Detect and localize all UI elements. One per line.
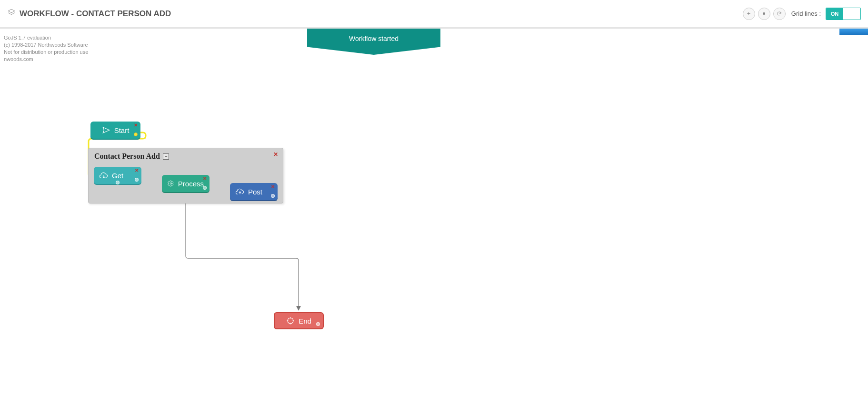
node-process[interactable]: Process ✕	[162, 175, 210, 192]
cloud-download-icon	[100, 171, 108, 180]
collapse-icon[interactable]: −	[163, 153, 169, 160]
page-title: WORKFLOW - CONTACT PERSON ADD	[7, 8, 171, 19]
diagram-canvas[interactable]: GoJS 1.7 evaluation (c) 1998-2017 Northw…	[0, 29, 868, 397]
port-in[interactable]	[316, 322, 320, 326]
layers-icon	[7, 8, 16, 19]
link-group-to-end	[186, 204, 299, 310]
node-start-label: Start	[114, 126, 130, 134]
panel-corner	[839, 29, 868, 35]
page-title-text: WORKFLOW - CONTACT PERSON ADD	[20, 9, 171, 19]
svg-rect-3	[763, 12, 766, 15]
toggle-on-label: ON	[826, 8, 843, 20]
start-banner-label: Workflow started	[349, 35, 399, 42]
add-button[interactable]	[743, 8, 755, 20]
send-icon	[102, 126, 110, 134]
node-start[interactable]: Start ✕	[90, 122, 140, 139]
svg-marker-0	[8, 9, 15, 13]
node-end-label: End	[299, 317, 311, 325]
start-banner: Workflow started	[307, 29, 440, 55]
port-out[interactable]	[271, 194, 275, 198]
node-get[interactable]: Get ✕	[94, 167, 141, 184]
watermark-line: Not for distribution or production use	[4, 49, 88, 56]
port-out[interactable]	[134, 132, 138, 136]
close-icon[interactable]: ✕	[203, 176, 207, 181]
watermark-line: (c) 1998-2017 Northwoods Software	[4, 41, 88, 49]
port-out[interactable]	[203, 186, 207, 190]
node-get-label: Get	[112, 172, 123, 180]
close-icon[interactable]: ✕	[135, 168, 139, 173]
close-icon[interactable]: ✕	[271, 184, 275, 189]
grid-lines-label: Grid lines :	[791, 10, 821, 17]
node-end[interactable]: End	[274, 312, 324, 329]
header-controls: Grid lines : ON	[743, 8, 861, 20]
node-post[interactable]: Post ✕	[230, 183, 278, 200]
group-title: Contact Person Add	[94, 152, 160, 161]
cloud-upload-icon	[236, 187, 244, 196]
close-icon[interactable]: ✕	[273, 151, 278, 158]
watermark-line: GoJS 1.7 evaluation	[4, 34, 88, 41]
gear-icon	[168, 179, 174, 188]
close-icon[interactable]: ✕	[134, 123, 138, 128]
arrow-icon	[296, 306, 301, 311]
stop-button[interactable]	[758, 8, 770, 20]
app-header: WORKFLOW - CONTACT PERSON ADD Grid lines…	[0, 0, 868, 28]
target-icon	[286, 316, 295, 325]
canvas-container: GoJS 1.7 evaluation (c) 1998-2017 Northw…	[0, 28, 868, 397]
svg-point-4	[170, 183, 171, 184]
port-in[interactable]	[116, 181, 120, 184]
watermark: GoJS 1.7 evaluation (c) 1998-2017 Northw…	[4, 34, 88, 62]
port-out[interactable]	[135, 178, 139, 182]
group-header: Contact Person Add −	[89, 148, 283, 163]
refresh-button[interactable]	[773, 8, 786, 20]
grid-lines-toggle[interactable]: ON	[826, 8, 861, 20]
node-post-label: Post	[248, 188, 262, 196]
connectors	[0, 29, 868, 397]
svg-point-5	[288, 318, 293, 324]
toggle-off-side	[843, 8, 860, 20]
watermark-line: nwoods.com	[4, 56, 88, 63]
node-process-label: Process	[178, 180, 204, 188]
